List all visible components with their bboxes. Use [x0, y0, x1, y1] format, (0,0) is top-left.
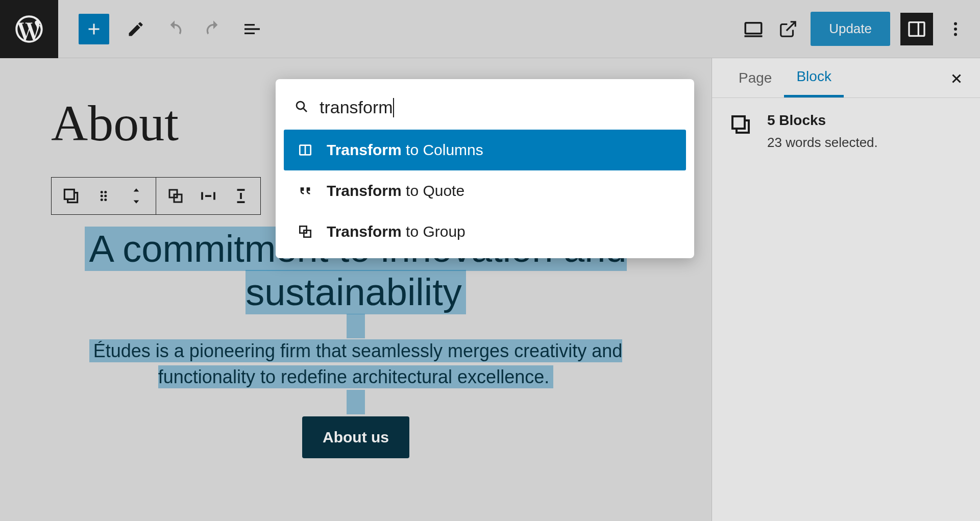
result-rest: to Group — [402, 223, 465, 240]
stack-icon[interactable] — [231, 186, 251, 206]
spacer-block[interactable] — [347, 390, 365, 414]
button-block[interactable]: About us — [302, 416, 409, 458]
block-inserter-button[interactable] — [79, 14, 109, 44]
tools-button[interactable] — [124, 17, 148, 41]
move-up-down-icon[interactable] — [126, 186, 146, 206]
svg-point-2 — [954, 22, 957, 25]
result-bold: Transform — [327, 223, 402, 240]
options-button[interactable] — [943, 17, 968, 41]
document-overview-button[interactable] — [240, 17, 264, 41]
redo-button[interactable] — [201, 17, 226, 41]
update-button[interactable]: Update — [811, 12, 890, 46]
svg-point-7 — [104, 191, 107, 193]
group-icon — [296, 222, 314, 241]
close-sidebar-button[interactable] — [947, 69, 966, 88]
editor-topbar: Update — [0, 0, 980, 58]
sidebar-tabs: Page Block — [712, 58, 980, 98]
tab-block[interactable]: Block — [784, 58, 843, 97]
result-transform-columns[interactable]: Transform to Columns — [284, 130, 686, 170]
result-transform-quote[interactable]: Transform to Quote — [284, 170, 686, 211]
wordpress-logo[interactable] — [0, 0, 58, 58]
spacer-block[interactable] — [347, 314, 365, 338]
quote-icon — [296, 182, 314, 200]
undo-button[interactable] — [162, 17, 187, 41]
svg-rect-0 — [745, 22, 762, 33]
content-selection: A commitment to innovation and sustainab… — [51, 227, 660, 458]
svg-point-15 — [297, 102, 304, 109]
command-search-row: transform — [276, 91, 694, 130]
command-results: Transform to Columns Transform to Quote … — [276, 130, 694, 252]
result-rest: to Quote — [402, 182, 464, 199]
svg-point-8 — [101, 195, 103, 197]
svg-point-3 — [954, 28, 957, 31]
view-button[interactable] — [741, 17, 766, 41]
svg-point-4 — [954, 33, 957, 36]
toolbar-left — [79, 14, 264, 44]
block-type-icon[interactable] — [61, 186, 81, 206]
toolbar-right: Update — [741, 12, 968, 46]
block-toolbar — [51, 177, 261, 215]
command-search-input[interactable]: transform — [320, 97, 393, 117]
svg-rect-1 — [909, 22, 924, 36]
block-count-title: 5 Blocks — [767, 112, 878, 129]
multi-block-icon — [728, 112, 753, 137]
svg-point-11 — [104, 199, 107, 201]
tab-page[interactable]: Page — [726, 60, 784, 96]
preview-button[interactable] — [776, 17, 800, 41]
drag-handle-icon[interactable] — [93, 186, 114, 206]
result-bold: Transform — [327, 182, 402, 199]
block-selection-subtitle: 23 words selected. — [767, 135, 878, 151]
settings-toggle-button[interactable] — [900, 13, 933, 45]
svg-rect-5 — [64, 189, 74, 199]
svg-point-6 — [101, 191, 103, 193]
result-transform-group[interactable]: Transform to Group — [284, 211, 686, 252]
settings-sidebar: Page Block 5 Blocks 23 words selected. — [712, 58, 980, 521]
group-icon[interactable] — [165, 186, 186, 206]
result-bold: Transform — [327, 141, 402, 158]
svg-point-9 — [104, 195, 107, 197]
command-palette: transform Transform to Columns Transform… — [276, 79, 694, 258]
svg-point-10 — [101, 199, 103, 201]
block-info-panel: 5 Blocks 23 words selected. — [712, 98, 980, 165]
result-rest: to Columns — [402, 141, 483, 158]
search-icon — [294, 99, 309, 116]
columns-icon — [296, 141, 314, 159]
svg-rect-14 — [732, 116, 745, 129]
paragraph-block[interactable]: Études is a pioneering firm that seamles… — [89, 339, 622, 388]
row-icon[interactable] — [198, 186, 218, 206]
